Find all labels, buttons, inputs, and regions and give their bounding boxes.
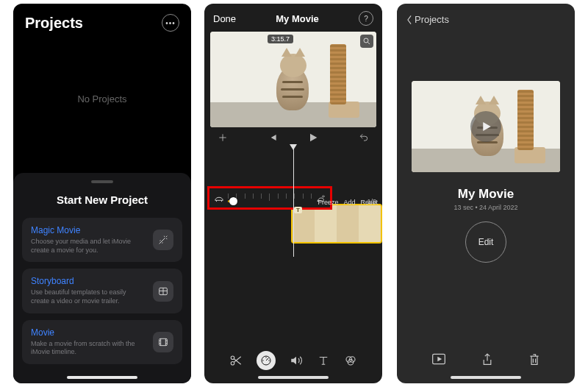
preview-image [210,32,376,127]
play-overlay[interactable] [470,111,501,142]
projects-header: Projects ••• [13,4,191,36]
filters-tool[interactable] [344,354,357,367]
speed-tool[interactable] [257,351,276,370]
trash-icon [528,352,540,367]
home-indicator[interactable] [67,376,137,379]
no-projects-label: No Projects [13,36,191,161]
option-storyboard[interactable]: Storyboard Use beautiful templates to ea… [22,269,182,313]
editor-toolbar [204,344,382,370]
done-button[interactable]: Done [213,13,236,24]
reset-speed-button[interactable]: Reset [358,195,380,210]
option-desc: Make a movie from scratch with the iMovi… [31,340,146,357]
svg-point-3 [231,356,234,360]
play-button[interactable] [307,132,319,143]
filters-icon [344,354,357,367]
help-button[interactable]: ? [359,11,373,26]
duration-badge: 3:15.7 [268,35,293,43]
projects-title: Projects [25,15,83,32]
play-icon [479,120,492,133]
timeline[interactable]: T 1/8 Freeze Add Reset [204,146,382,257]
clip-title-badge: T [294,207,302,213]
home-indicator[interactable] [451,376,521,379]
volume-icon [290,354,303,367]
edit-button[interactable]: Edit [465,221,506,263]
video-preview[interactable]: 3:15.7 [210,32,376,127]
option-desc: Use beautiful templates to easily create… [31,288,146,305]
cut-tool[interactable] [229,354,243,367]
plus-icon [218,132,228,143]
editor-screen: Done My Movie ? 3:15.7 [204,4,382,383]
svg-point-2 [364,38,368,43]
editor-header: Done My Movie ? [204,4,382,30]
option-name: Magic Movie [31,225,146,235]
editor-title: My Movie [276,13,319,24]
back-label: Projects [415,14,449,25]
storyboard-icon [153,281,173,302]
speed-slider[interactable] [228,194,312,204]
clip-thumbnails [293,205,381,242]
project-title: My Movie [397,187,575,202]
project-meta: 13 sec • 24 April 2022 [397,204,575,211]
scissors-icon [229,354,243,367]
magnifier-icon [362,37,371,46]
film-icon [153,332,173,352]
speed-actions: Freeze Add Reset [315,195,380,210]
play-rect-icon [431,352,446,366]
undo-button[interactable] [359,132,369,143]
play-icon [307,132,319,143]
option-name: Movie [31,327,146,338]
share-button[interactable] [481,352,493,367]
start-project-sheet: Start New Project Magic Movie Choose you… [13,173,191,383]
prev-button[interactable] [268,132,278,143]
skip-back-icon [268,132,278,143]
option-desc: Choose your media and let iMovie create … [31,238,146,255]
volume-tool[interactable] [290,354,303,367]
playhead[interactable] [293,146,294,257]
play-project-button[interactable] [431,352,446,367]
projects-screen: Projects ••• No Projects Start New Proje… [13,4,191,383]
add-media-button[interactable] [218,132,228,143]
svg-point-4 [231,362,234,366]
sheet-title: Start New Project [22,194,182,206]
share-icon [481,352,493,367]
wand-icon [153,230,173,250]
more-button[interactable]: ••• [162,14,179,32]
option-name: Storyboard [31,276,146,286]
home-indicator[interactable] [258,376,329,379]
edit-label: Edit [478,237,494,247]
option-magic-movie[interactable]: Magic Movie Choose your media and let iM… [22,218,182,262]
add-freeze-button[interactable]: Add [341,195,357,210]
speedometer-icon [260,355,272,366]
option-movie[interactable]: Movie Make a movie from scratch with the… [22,320,182,364]
video-clip[interactable]: T [291,204,382,244]
bottom-toolbar [397,352,575,367]
turtle-icon [214,194,224,203]
chevron-left-icon [406,15,413,25]
zoom-button[interactable] [360,35,373,48]
back-button[interactable]: Projects [397,4,575,25]
project-thumbnail[interactable] [412,81,560,172]
titles-tool[interactable] [317,354,330,367]
text-icon [317,354,330,367]
sheet-handle[interactable] [91,180,113,183]
project-detail-screen: Projects My Movie 13 sec • 24 April 2022… [397,4,575,383]
undo-icon [359,132,369,143]
transport-controls [204,127,382,145]
question-icon: ? [364,15,368,23]
freeze-button[interactable]: Freeze [315,195,340,210]
delete-button[interactable] [528,352,540,367]
speed-slider-highlight [207,186,332,210]
ellipsis-icon: ••• [165,19,176,27]
